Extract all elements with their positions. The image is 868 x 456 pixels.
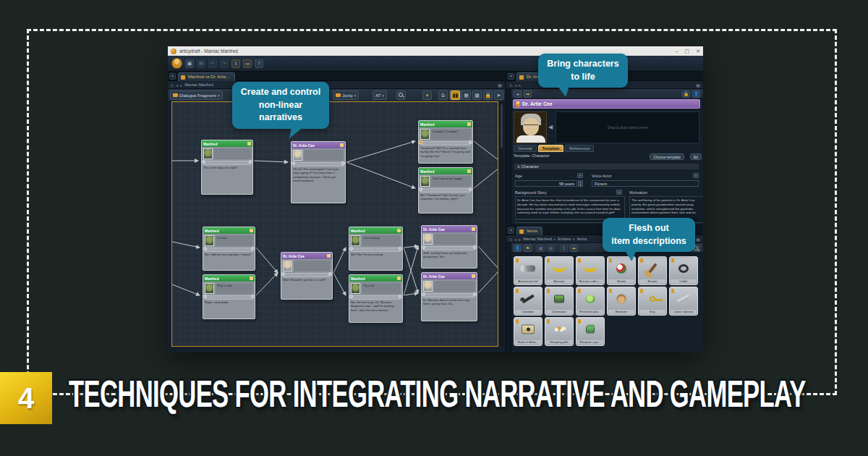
input-pin[interactable] bbox=[281, 272, 285, 276]
item-card[interactable]: Nuke it! A-bo... bbox=[514, 317, 542, 346]
dialogue-node[interactable]: Manfred Lie low! No, I did not see any l… bbox=[203, 227, 255, 271]
output-pin[interactable] bbox=[399, 295, 402, 298]
output-pin[interactable] bbox=[473, 292, 477, 296]
character-title-bar[interactable]: Dr. Artie Cee bbox=[513, 99, 700, 109]
dialogue-node[interactable]: Manfred Try a lie! No, I'm free to go. D… bbox=[349, 274, 403, 323]
zoom-search-button[interactable] bbox=[396, 90, 406, 100]
open-icon[interactable]: ➦ bbox=[570, 245, 578, 252]
item-card[interactable]: Broom bbox=[638, 256, 667, 285]
item-card[interactable]: Sleeping pills bbox=[545, 317, 574, 346]
user-menu-icon[interactable] bbox=[171, 58, 182, 69]
tab-general[interactable]: General bbox=[514, 145, 537, 152]
item-card[interactable]: Cable bbox=[669, 256, 698, 285]
output-pin[interactable] bbox=[469, 140, 472, 144]
lock-icon[interactable]: 🔒 bbox=[682, 90, 690, 98]
item-card[interactable]: Hamster bbox=[607, 287, 636, 316]
output-pin[interactable] bbox=[328, 272, 332, 276]
item-card[interactable]: Banana with s... bbox=[576, 256, 605, 285]
lock-icon[interactable]: 🔒 bbox=[483, 90, 493, 100]
breadcrumb-label[interactable]: Maniac Manfred bbox=[184, 83, 213, 87]
dialogue-node[interactable]: Dr. Artie Cee Wait! Shouldn't you be in … bbox=[281, 252, 333, 300]
item-card[interactable]: Weapons-gra... bbox=[576, 317, 605, 346]
copy-button[interactable]: ⧉ bbox=[438, 90, 448, 100]
print-icon[interactable]: ▤ bbox=[696, 237, 700, 242]
character-section-header[interactable]: ∨ Character bbox=[514, 163, 699, 170]
dialogue-node[interactable]: Dr. Artie Cee Oh no! This word again! Ca… bbox=[291, 141, 346, 203]
input-pin[interactable] bbox=[203, 247, 207, 250]
output-pin[interactable] bbox=[399, 247, 402, 250]
back-icon[interactable]: ◂ bbox=[514, 83, 516, 88]
dialogue-node[interactable]: Manfred Just visiting! Me? No, I'm just … bbox=[349, 227, 403, 271]
tab-template[interactable]: Template bbox=[538, 145, 564, 152]
dialogue-node[interactable]: Dr. Artie Cee Dr. Marston doesn't work h… bbox=[421, 272, 477, 321]
output-pin[interactable] bbox=[473, 245, 477, 249]
breadcrumb-segment[interactable]: Items bbox=[577, 237, 587, 241]
drag-drop-zone[interactable]: Drag & drop objects here bbox=[556, 111, 699, 143]
pin-tool-button[interactable]: ▾ bbox=[422, 90, 432, 100]
background-options-icon[interactable]: ▾ bbox=[616, 190, 622, 195]
item-card[interactable]: Letter Opener bbox=[669, 287, 698, 316]
dialogue-node[interactable]: Manfred This is the way out, right? bbox=[201, 140, 253, 195]
forward-icon[interactable]: ▸ bbox=[519, 237, 521, 242]
undo-icon[interactable]: ↶ bbox=[208, 59, 217, 68]
list-view-icon[interactable]: ▤ bbox=[547, 245, 555, 252]
breadcrumb-segment[interactable]: Entities bbox=[558, 237, 571, 241]
view-icon[interactable]: ▦ bbox=[537, 245, 545, 252]
voice-actor-input[interactable]: Florent bbox=[592, 180, 699, 187]
input-pin[interactable] bbox=[349, 247, 353, 250]
presentation-icon[interactable]: ▭ bbox=[243, 59, 252, 68]
item-card[interactable]: Banana bbox=[545, 256, 574, 285]
input-pin[interactable] bbox=[422, 245, 425, 249]
dialogue-node[interactable]: Dr. Artie Cee Well, visiting hours are l… bbox=[421, 225, 477, 269]
input-pin[interactable] bbox=[292, 161, 295, 165]
help-icon[interactable]: ? bbox=[255, 59, 263, 68]
choose-template-button[interactable]: Choose template bbox=[650, 153, 684, 160]
previous-icon[interactable]: ◂ bbox=[514, 90, 522, 98]
input-pin[interactable] bbox=[419, 187, 422, 191]
home-icon[interactable] bbox=[509, 83, 512, 88]
back-icon[interactable]: ◂ bbox=[514, 237, 516, 242]
output-pin[interactable] bbox=[251, 295, 255, 298]
text-style-button[interactable]: AT ▾ bbox=[373, 90, 387, 100]
close-tab-icon[interactable]: × bbox=[508, 73, 514, 80]
forward-icon[interactable]: ▸ bbox=[519, 83, 521, 88]
jump-button[interactable]: Jump ▾ bbox=[333, 90, 359, 100]
close-tab-icon[interactable]: × bbox=[508, 227, 514, 234]
flow-tab[interactable]: Manfred vs Dr. Artie... bbox=[178, 72, 235, 81]
output-pin[interactable] bbox=[251, 247, 255, 250]
flag-filter-icon[interactable]: ⚑ bbox=[524, 245, 532, 252]
close-button[interactable]: ✕ bbox=[696, 48, 700, 54]
item-card[interactable]: Detonator bbox=[545, 287, 574, 316]
dialogue-node[interactable]: Manfred Crowbar! Crowbar! Treatment? Me?… bbox=[418, 120, 473, 164]
age-stepper[interactable]: ▴▾ bbox=[578, 180, 583, 187]
back-icon[interactable]: ◂ bbox=[176, 83, 178, 88]
output-pin[interactable] bbox=[249, 160, 252, 164]
person-filter-icon[interactable]: 👤 bbox=[514, 245, 522, 252]
person-badge-icon[interactable]: 👤 bbox=[692, 90, 700, 98]
redo-icon[interactable]: ↷ bbox=[220, 59, 229, 68]
age-options-icon[interactable]: ▾ bbox=[577, 173, 583, 178]
output-pin[interactable] bbox=[469, 187, 472, 191]
view-compact-button[interactable]: ▮▮ bbox=[451, 90, 460, 100]
save-icon[interactable]: ▤ bbox=[197, 59, 205, 68]
vertical-scrollbar[interactable] bbox=[500, 101, 503, 347]
maximize-button[interactable]: ▢ bbox=[685, 48, 690, 54]
item-card[interactable]: Enriched plut... bbox=[576, 287, 605, 316]
pointer-tool-button[interactable]: ➤ bbox=[494, 90, 503, 100]
import-icon[interactable]: ⇩ bbox=[231, 59, 240, 68]
new-document-icon[interactable]: ▣ bbox=[185, 59, 194, 68]
items-tab[interactable]: Items bbox=[516, 227, 542, 235]
item-card[interactable]: Aluminium foil bbox=[514, 256, 542, 285]
edit-template-button[interactable]: Ed bbox=[690, 153, 702, 160]
input-pin[interactable] bbox=[419, 140, 422, 144]
output-pin[interactable] bbox=[341, 161, 345, 165]
age-input[interactable]: 58 years bbox=[515, 180, 577, 187]
view-grid-large-button[interactable]: ▩ bbox=[472, 90, 482, 100]
sort-icon[interactable]: ⇅ bbox=[560, 245, 568, 252]
item-card[interactable]: Key bbox=[638, 287, 667, 316]
minimize-button[interactable]: – bbox=[676, 48, 678, 54]
input-pin[interactable] bbox=[349, 295, 353, 298]
forward-icon[interactable]: ▸ bbox=[180, 83, 182, 88]
input-pin[interactable] bbox=[422, 292, 425, 296]
tab-references[interactable]: References bbox=[565, 145, 594, 152]
